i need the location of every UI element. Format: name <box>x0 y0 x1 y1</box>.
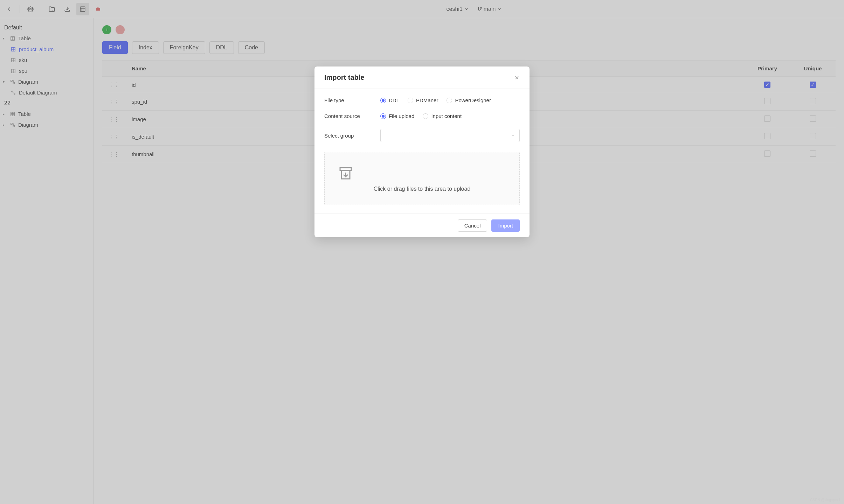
modal-overlay[interactable]: Import table File type DDLPDManerPowerDe… <box>0 0 844 504</box>
modal-title: Import table <box>324 74 364 82</box>
radio-label: File upload <box>389 113 414 119</box>
radio-label: Input content <box>431 113 462 119</box>
radio-dot <box>408 98 413 103</box>
chevron-down-icon <box>511 133 515 138</box>
radio-dot <box>423 113 428 119</box>
file-type-radio-powerdesigner[interactable]: PowerDesigner <box>447 97 491 103</box>
upload-dropzone[interactable]: Click or drag files to this area to uplo… <box>324 152 520 205</box>
cancel-button[interactable]: Cancel <box>458 219 487 232</box>
import-table-modal: Import table File type DDLPDManerPowerDe… <box>314 66 530 237</box>
select-group-dropdown[interactable] <box>380 129 520 142</box>
content-source-label: Content source <box>324 113 380 119</box>
file-type-label: File type <box>324 97 380 103</box>
select-group-label: Select group <box>324 133 380 139</box>
radio-label: PDManer <box>416 97 438 103</box>
content-source-radio-input-content[interactable]: Input content <box>423 113 462 119</box>
close-button[interactable] <box>514 75 520 80</box>
import-button[interactable]: Import <box>491 219 520 232</box>
radio-dot <box>380 113 386 119</box>
file-type-radio-ddl[interactable]: DDL <box>380 97 399 103</box>
radio-dot <box>447 98 452 103</box>
file-type-radio-pdmaner[interactable]: PDManer <box>408 97 438 103</box>
watermark: CSDN @kingapex1 <box>810 498 840 502</box>
radio-label: PowerDesigner <box>455 97 491 103</box>
content-source-radio-file-upload[interactable]: File upload <box>380 113 414 119</box>
radio-label: DDL <box>389 97 399 103</box>
close-icon <box>514 75 520 80</box>
upload-text: Click or drag files to this area to uplo… <box>337 186 507 192</box>
inbox-icon <box>337 165 507 182</box>
radio-dot <box>380 98 386 103</box>
